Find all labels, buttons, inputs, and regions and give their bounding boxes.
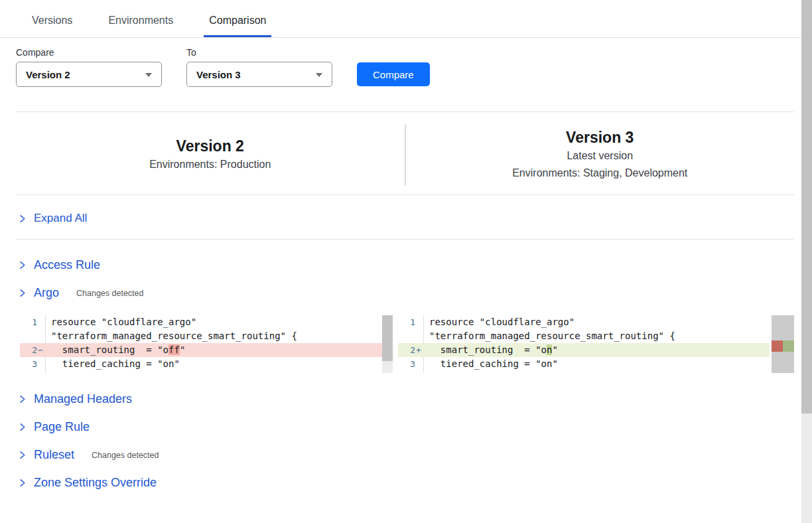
chevron-right-icon	[17, 450, 27, 460]
compare-from-label: Compare	[16, 47, 162, 58]
diff-line: }	[398, 371, 770, 373]
diff-panel-left: 1resource "cloudflare_argo""terraform_ma…	[20, 315, 393, 373]
compare-controls: Compare Version 2 To Version 3 Compare	[0, 38, 812, 87]
tab-versions[interactable]: Versions	[27, 8, 78, 37]
expand-all-button[interactable]: Expand All	[0, 208, 812, 228]
compare-from-value: Version 2	[26, 69, 70, 80]
scrollbar-right[interactable]	[801, 0, 812, 523]
chevron-right-icon	[17, 260, 27, 270]
divider	[16, 112, 794, 112]
code-block-left: 1resource "cloudflare_argo""terraform_ma…	[20, 315, 393, 373]
version-right-environments: Environments: Staging, Development	[512, 165, 687, 182]
tab-comparison[interactable]: Comparison	[204, 8, 271, 37]
diff-line: 3 tiered_caching = "on"	[20, 357, 393, 371]
section-access-rule[interactable]: Access Rule	[0, 256, 812, 274]
version-right-subtitle: Latest version	[567, 147, 633, 165]
diff-panel-right: 1resource "cloudflare_argo""terraform_ma…	[398, 315, 770, 373]
minimap-addition-mark	[783, 340, 794, 352]
section-managed-headers[interactable]: Managed Headers	[0, 390, 812, 408]
diff-line: 2− smart_routing = "off"	[20, 343, 393, 357]
section-label: Zone Settings Override	[34, 476, 157, 490]
chevron-right-icon	[17, 394, 27, 404]
diff-minimap[interactable]	[772, 315, 794, 373]
compare-to-value: Version 3	[196, 69, 241, 80]
changes-badge: Changes detected	[76, 289, 143, 298]
diff-line: }	[20, 371, 393, 373]
section-list: Access Rule Argo Changes detected 1resou…	[0, 256, 812, 492]
version-left-header: Version 2 Environments: Production	[16, 124, 406, 185]
compare-to-label: To	[186, 47, 332, 58]
chevron-right-icon	[17, 214, 27, 224]
expand-all-label: Expand All	[34, 212, 87, 225]
section-label: Access Rule	[34, 258, 100, 272]
section-zone-settings-override[interactable]: Zone Settings Override	[0, 473, 812, 492]
chevron-right-icon	[17, 288, 27, 298]
chevron-right-icon	[17, 422, 27, 432]
version-headers: Version 2 Environments: Production Versi…	[16, 124, 794, 185]
minimap-deletion-mark	[772, 340, 783, 352]
code-block-right: 1resource "cloudflare_argo""terraform_ma…	[398, 315, 770, 373]
version-left-title: Version 2	[176, 136, 244, 156]
section-label: Page Rule	[34, 420, 90, 434]
argo-diff-viewer: 1resource "cloudflare_argo""terraform_ma…	[20, 315, 794, 373]
chevron-down-icon	[316, 73, 322, 77]
section-argo[interactable]: Argo Changes detected	[0, 283, 812, 302]
diff-line: 3 tiered_caching = "on"	[398, 357, 770, 371]
compare-to-dropdown[interactable]: Version 3	[186, 62, 332, 87]
tab-bar: Versions Environments Comparison	[0, 0, 812, 38]
section-label: Managed Headers	[34, 392, 132, 406]
scrollbar-left[interactable]	[382, 315, 393, 373]
divider	[16, 239, 794, 240]
chevron-down-icon	[145, 73, 152, 77]
chevron-right-icon	[17, 478, 27, 488]
version-left-environments: Environments: Production	[149, 156, 271, 173]
section-ruleset[interactable]: Ruleset Changes detected	[0, 445, 812, 464]
compare-button[interactable]: Compare	[357, 62, 430, 86]
section-label: Argo	[34, 286, 59, 300]
diff-line: 2+ smart_routing = "on"	[398, 343, 770, 357]
diff-line: 1resource "cloudflare_argo"	[398, 315, 770, 329]
version-right-title: Version 3	[566, 127, 634, 147]
diff-line: "terraform_managed_resource_smart_routin…	[398, 329, 770, 343]
changes-badge: Changes detected	[92, 451, 159, 460]
diff-line: 1resource "cloudflare_argo"	[20, 315, 393, 329]
version-right-header: Version 3 Latest version Environments: S…	[406, 124, 795, 185]
compare-from-dropdown[interactable]: Version 2	[16, 62, 162, 87]
diff-line: "terraform_managed_resource_smart_routin…	[20, 329, 393, 343]
section-page-rule[interactable]: Page Rule	[0, 417, 812, 436]
tab-environments[interactable]: Environments	[103, 8, 178, 37]
divider	[16, 194, 794, 195]
section-label: Ruleset	[34, 448, 74, 462]
